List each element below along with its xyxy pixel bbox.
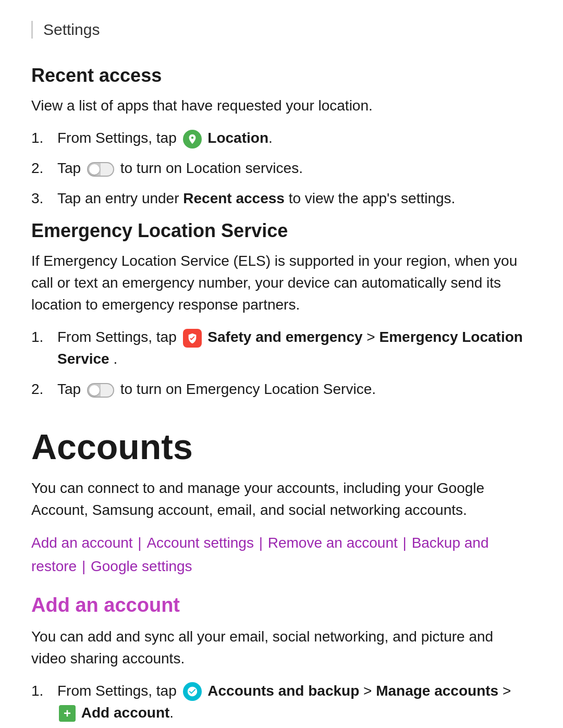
add-account-step-1: 1. From Settings, tap Accounts and backu…	[31, 680, 532, 724]
recent-access-step-1: 1. From Settings, tap Location.	[31, 127, 532, 149]
add-account-title: Add an account	[31, 594, 532, 616]
step-2-text-before: Tap	[57, 160, 85, 176]
recent-access-steps: 1. From Settings, tap Location. 2. Tap t…	[31, 127, 532, 209]
link-google-settings[interactable]: Google settings	[91, 558, 192, 574]
add-step-1-arrow2: >	[503, 683, 511, 699]
add-account-description: You can add and sync all your email, soc…	[31, 626, 532, 670]
emergency-step-num-2: 2.	[31, 378, 43, 400]
step-1-location-bold: Location	[207, 130, 268, 146]
separator-4: |	[78, 558, 90, 574]
recent-access-title: Recent access	[31, 65, 532, 87]
emergency-step-1: 1. From Settings, tap Safety and emergen…	[31, 326, 532, 370]
step-3-bold: Recent access	[183, 190, 285, 206]
add-plus-icon: +	[59, 705, 76, 722]
emergency-step-2-before: Tap	[57, 381, 85, 397]
emergency-step-1-bold1: Safety and emergency	[207, 329, 362, 345]
separator-3: |	[399, 535, 411, 551]
add-step-1-period: .	[169, 705, 174, 721]
emergency-location-section: Emergency Location Service If Emergency …	[31, 220, 532, 400]
emergency-step-1-before: From Settings, tap	[57, 329, 181, 345]
link-remove-account[interactable]: Remove an account	[268, 535, 398, 551]
add-step-num-1: 1.	[31, 680, 43, 702]
step-2-text-after: to turn on Location services.	[120, 160, 303, 176]
step-num-3: 3.	[31, 188, 43, 209]
recent-access-step-3: 3. Tap an entry under Recent access to v…	[31, 188, 532, 209]
accounts-icon	[183, 682, 202, 701]
emergency-location-description: If Emergency Location Service (ELS) is s…	[31, 250, 532, 316]
separator-1: |	[134, 535, 146, 551]
location-icon	[183, 130, 202, 149]
emergency-step-1-arrow: >	[366, 329, 379, 345]
accounts-major-title: Accounts	[31, 426, 532, 467]
add-step-1-bold3: Add account	[81, 705, 170, 721]
link-add-account[interactable]: Add an account	[31, 535, 133, 551]
settings-title: Settings	[43, 21, 100, 38]
toggle-icon-2	[87, 383, 114, 398]
step-num-2: 2.	[31, 157, 43, 179]
emergency-step-num-1: 1.	[31, 326, 43, 348]
toggle-icon-1	[87, 162, 114, 177]
accounts-links-row: Add an account | Account settings | Remo…	[31, 532, 532, 578]
add-step-1-bold2: Manage accounts	[376, 683, 498, 699]
emergency-location-steps: 1. From Settings, tap Safety and emergen…	[31, 326, 532, 400]
accounts-section: Accounts You can connect to and manage y…	[31, 426, 532, 728]
step-3-text-before: Tap an entry under	[57, 190, 183, 206]
settings-header: Settings	[31, 21, 532, 39]
step-num-1: 1.	[31, 127, 43, 149]
add-account-subsection: Add an account You can add and sync all …	[31, 594, 532, 728]
accounts-description: You can connect to and manage your accou…	[31, 477, 532, 521]
emergency-step-2-after: to turn on Emergency Location Service.	[120, 381, 376, 397]
step-3-text-after: to view the app's settings.	[289, 190, 456, 206]
recent-access-step-2: 2. Tap to turn on Location services.	[31, 157, 532, 179]
add-account-steps: 1. From Settings, tap Accounts and backu…	[31, 680, 532, 728]
add-step-1-before: From Settings, tap	[57, 683, 181, 699]
add-step-1-bold1: Accounts and backup	[207, 683, 359, 699]
emergency-step-2: 2. Tap to turn on Emergency Location Ser…	[31, 378, 532, 400]
emergency-location-title: Emergency Location Service	[31, 220, 532, 242]
recent-access-description: View a list of apps that have requested …	[31, 95, 532, 117]
emergency-step-1-period: .	[113, 351, 117, 367]
link-account-settings[interactable]: Account settings	[146, 535, 253, 551]
page-container: Settings Recent access View a list of ap…	[0, 0, 563, 728]
step-1-period: .	[268, 130, 273, 146]
recent-access-section: Recent access View a list of apps that h…	[31, 65, 532, 209]
separator-2: |	[255, 535, 267, 551]
step-1-text-before: From Settings, tap	[57, 130, 181, 146]
add-step-1-arrow1: >	[363, 683, 376, 699]
safety-icon	[183, 329, 202, 348]
